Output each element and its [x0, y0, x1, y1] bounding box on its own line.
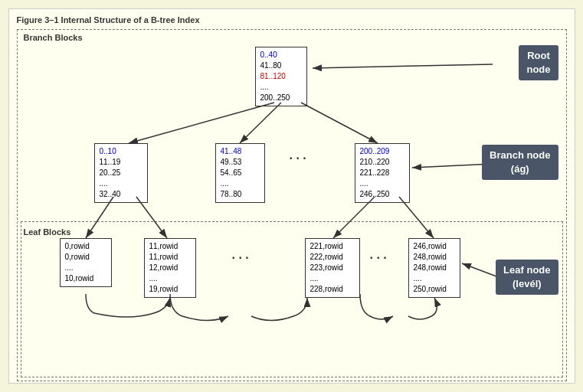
outer-container: Figure 3–1 Internal Structure of a B-tre… — [8, 8, 575, 384]
svg-line-9 — [412, 164, 493, 168]
leaf-ellipsis-2: . . . — [370, 248, 387, 262]
root-node-tooltip: Rootnode — [519, 45, 558, 80]
branch-node-left: 0..10 11..19 20..25 .... 32..40 — [94, 143, 148, 203]
svg-line-1 — [129, 103, 274, 143]
svg-line-3 — [301, 103, 378, 143]
svg-line-8 — [313, 64, 493, 68]
leaf-node-2: 11,rowid 11,rowid 12,rowid .... 19,rowid — [144, 238, 196, 298]
leaf-node-4: 246,rowid 248,rowid 248,rowid .... 250,r… — [408, 238, 460, 298]
branch-ellipsis: . . . — [290, 149, 306, 162]
leaf-node-1: 0,rowid 0,rowid .... 10,rowid — [60, 238, 112, 287]
branch-node-mid: 41..48 49..53 54..65 .... 78..80 — [215, 143, 265, 203]
leaf-node-3: 221,rowid 222,rowid 223,rowid .... 228,r… — [305, 238, 360, 298]
branch-blocks-label: Branch Blocks — [24, 33, 83, 42]
figure-title: Figure 3–1 Internal Structure of a B-tre… — [17, 15, 567, 24]
leaf-blocks-label: Leaf Blocks — [24, 227, 71, 237]
leaf-ellipsis-1: . . . — [232, 248, 249, 262]
svg-line-2 — [240, 103, 281, 143]
main-diagram: Branch Blocks Leaf Blocks 0..40 41..80 8… — [17, 29, 567, 381]
branch-node-right: 200..209 210..220 221..228 .... 246..250 — [355, 143, 410, 203]
branch-node-tooltip: Branch node(ág) — [482, 145, 558, 180]
root-node: 0..40 41..80 81..120 .... 200..250 — [255, 47, 307, 106]
leaf-node-tooltip: Leaf node(levél) — [496, 260, 558, 295]
